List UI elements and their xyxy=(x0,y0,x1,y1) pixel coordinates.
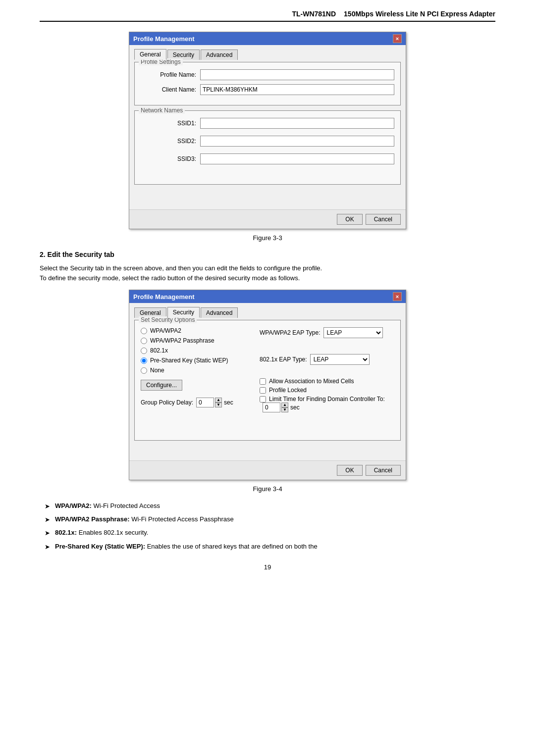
ssid2-row: SSID2: xyxy=(141,136,394,147)
client-name-label: Client Name: xyxy=(141,86,200,93)
radio-wpa-pass: WPA/WPA2 Passphrase xyxy=(141,337,250,344)
cancel-button-1[interactable]: Cancel xyxy=(366,214,401,225)
dialog-title-1: Profile Management xyxy=(133,35,195,43)
bullet-arrow-2: ➤ xyxy=(45,515,50,524)
bullet-arrow-1: ➤ xyxy=(45,502,50,511)
cancel-button-2[interactable]: Cancel xyxy=(366,465,401,476)
tab-advanced-2[interactable]: Advanced xyxy=(201,307,238,318)
bullet-list: ➤ WPA/WPA2: Wi-Fi Protected Access ➤ WPA… xyxy=(45,502,495,552)
checkbox-mixed-cells-label: Allow Association to Mixed Cells xyxy=(269,378,354,385)
radio-wpa-label: WPA/WPA2 xyxy=(150,327,181,334)
checkbox-mixed-cells: Allow Association to Mixed Cells xyxy=(260,378,394,385)
radio-psk-wep: Pre-Shared Key (Static WEP) xyxy=(141,357,250,364)
wpa-eap-select[interactable]: LEAP PEAP TLS xyxy=(323,327,383,338)
figure4-caption: Figure 3-4 xyxy=(40,485,495,493)
radio-psk-wep-input[interactable] xyxy=(141,357,147,364)
bullet-item-4: ➤ Pre-Shared Key (Static WEP): Enables t… xyxy=(45,542,495,552)
ssid1-label: SSID1: xyxy=(141,120,200,127)
checkbox-mixed-cells-input[interactable] xyxy=(260,378,266,385)
8021x-eap-select[interactable]: LEAP PEAP TLS xyxy=(310,354,370,365)
dialog-content-1: General Security Advanced Profile Settin… xyxy=(129,45,406,209)
security-radios: WPA/WPA2 WPA/WPA2 Passphrase 802.1x Pre-… xyxy=(141,327,250,414)
limit-time-down[interactable]: ▼ xyxy=(281,407,288,412)
group-policy-up[interactable]: ▲ xyxy=(215,398,222,403)
profile-name-label: Profile Name: xyxy=(141,71,200,78)
tab-advanced-1[interactable]: Advanced xyxy=(201,50,238,60)
bullet-text-4: Pre-Shared Key (Static WEP): Enables the… xyxy=(55,542,318,551)
radio-8021x-label: 802.1x xyxy=(150,347,168,354)
radio-8021x-input[interactable] xyxy=(141,348,147,354)
network-names-title: Network Names xyxy=(139,107,185,114)
8021x-eap-row: 802.1x EAP Type: LEAP PEAP TLS xyxy=(260,354,394,365)
limit-time-unit: sec xyxy=(290,404,300,411)
group-policy-label: Group Policy Delay: xyxy=(141,399,193,406)
security-eap-section: WPA/WPA2 EAP Type: LEAP PEAP TLS 802.1x … xyxy=(260,327,394,414)
dialog-footer-2: OK Cancel xyxy=(129,460,406,480)
section2-heading-text: 2. Edit the Security tab xyxy=(40,251,114,258)
group-policy-row: Group Policy Delay: ▲ ▼ sec xyxy=(141,398,250,407)
limit-time-up[interactable]: ▲ xyxy=(281,403,288,407)
page-number: 19 xyxy=(40,563,495,571)
checkbox-profile-locked-input[interactable] xyxy=(260,387,266,394)
wpa-eap-label: WPA/WPA2 EAP Type: xyxy=(260,329,321,336)
dialog-titlebar-1: Profile Management × xyxy=(129,32,406,45)
ssid3-row: SSID3: xyxy=(141,153,394,164)
dialog-close-btn-2[interactable]: × xyxy=(393,292,402,301)
bullet-item-2: ➤ WPA/WPA2 Passphrase: Wi-Fi Protected A… xyxy=(45,515,495,524)
tab-general-1[interactable]: General xyxy=(134,49,166,60)
checkbox-limit-time: Limit Time for Finding Domain Controller… xyxy=(260,396,394,412)
dialog-content-2: General Security Advanced Set Security O… xyxy=(129,303,406,460)
dialog-titlebar-2: Profile Management × xyxy=(129,290,406,303)
bullet-text-1: WPA/WPA2: Wi-Fi Protected Access xyxy=(55,502,160,510)
radio-wpa-pass-input[interactable] xyxy=(141,338,147,344)
profile-name-row: Profile Name: xyxy=(141,69,394,80)
ssid2-input[interactable] xyxy=(200,136,394,147)
ssid3-label: SSID3: xyxy=(141,155,200,162)
security-options-group: Set Security Options WPA/WPA2 WPA/WPA2 P… xyxy=(134,320,401,441)
radio-none-label: None xyxy=(150,367,164,374)
figure4-dialog: Profile Management × General Security Ad… xyxy=(129,290,406,480)
body1: Select the Security tab in the screen ab… xyxy=(40,264,322,272)
bullet-arrow-4: ➤ xyxy=(45,543,50,552)
ok-button-1[interactable]: OK xyxy=(337,214,362,225)
tab-security-2[interactable]: Security xyxy=(167,307,200,318)
profile-settings-group: Profile Settings Profile Name: Client Na… xyxy=(134,62,401,105)
ok-button-2[interactable]: OK xyxy=(337,465,362,476)
header-description: 150Mbps Wireless Lite N PCI Express Adap… xyxy=(344,10,495,18)
profile-name-input[interactable] xyxy=(200,69,394,80)
configure-button[interactable]: Configure... xyxy=(141,380,182,391)
radio-none-input[interactable] xyxy=(141,367,147,374)
dialog-close-btn-1[interactable]: × xyxy=(393,34,402,43)
client-name-input[interactable] xyxy=(200,84,394,95)
radio-wpa-pass-label: WPA/WPA2 Passphrase xyxy=(150,337,214,344)
section2-heading: 2. Edit the Security tab xyxy=(40,251,495,258)
limit-time-input[interactable] xyxy=(263,403,280,412)
limit-time-spinner: ▲ ▼ xyxy=(281,403,288,412)
bullet-text-2: WPA/WPA2 Passphrase: Wi-Fi Protected Acc… xyxy=(55,515,234,524)
radio-none: None xyxy=(141,367,250,374)
bullet-arrow-3: ➤ xyxy=(45,529,50,538)
bullet-term-3: 802.1x: xyxy=(55,529,77,536)
bullet-term-4: Pre-Shared Key (Static WEP): xyxy=(55,543,145,550)
header-model: TL-WN781ND xyxy=(292,10,336,18)
ssid3-input[interactable] xyxy=(200,153,394,164)
bullet-text-3: 802.1x: Enables 802.1x security. xyxy=(55,528,148,537)
ssid2-label: SSID2: xyxy=(141,138,200,145)
checkbox-limit-time-input[interactable] xyxy=(260,396,266,403)
dialog-title-2: Profile Management xyxy=(133,293,195,301)
figure3-dialog: Profile Management × General Security Ad… xyxy=(129,32,406,229)
dialog-footer-1: OK Cancel xyxy=(129,209,406,229)
ssid1-input[interactable] xyxy=(200,118,394,129)
figure3-caption: Figure 3-3 xyxy=(40,234,495,242)
radio-wpa-input[interactable] xyxy=(141,328,147,334)
radio-psk-wep-label: Pre-Shared Key (Static WEP) xyxy=(150,357,228,364)
group-policy-input[interactable] xyxy=(196,398,214,407)
bullet-term-1: WPA/WPA2: xyxy=(55,502,92,509)
wpa-eap-row: WPA/WPA2 EAP Type: LEAP PEAP TLS xyxy=(260,327,394,338)
body-text-1: Select the Security tab in the screen ab… xyxy=(40,263,495,283)
tabs-2: General Security Advanced xyxy=(134,307,401,318)
group-policy-down[interactable]: ▼ xyxy=(215,403,222,407)
checkbox-profile-locked-label: Profile Locked xyxy=(269,387,307,394)
ssid1-row: SSID1: xyxy=(141,118,394,129)
radio-8021x: 802.1x xyxy=(141,347,250,354)
